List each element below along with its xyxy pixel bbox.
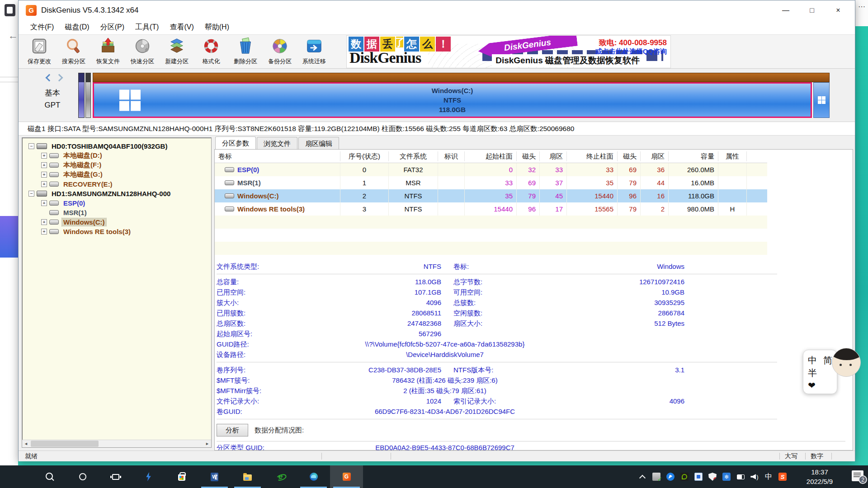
action-center-icon[interactable]: 2 xyxy=(852,470,863,481)
security-alert-icon[interactable] xyxy=(708,473,717,481)
expand-toggle-icon[interactable] xyxy=(28,143,34,149)
menu-item[interactable]: 分区(P) xyxy=(95,23,130,32)
power-plug-icon[interactable] xyxy=(736,473,745,481)
expand-toggle-icon[interactable] xyxy=(41,181,47,187)
table-row[interactable]: ESP(0) 0FAT32 03233 336936 260.0MB xyxy=(215,163,767,176)
partition-segment-re[interactable] xyxy=(813,82,830,118)
column-header[interactable]: 磁头 xyxy=(517,151,540,161)
column-header[interactable]: 文件系统 xyxy=(389,151,438,161)
tab[interactable]: 浏览文件 xyxy=(257,137,297,149)
table-row[interactable]: Windows(C:) 2NTFS 357945 154409616 118.0… xyxy=(215,189,767,202)
ime-avatar[interactable] xyxy=(832,348,861,377)
partition-segment-esp[interactable] xyxy=(78,73,85,118)
tree-item[interactable]: 本地磁盘(G:) xyxy=(22,170,211,179)
cortana-button[interactable] xyxy=(66,465,99,488)
task-view-button[interactable] xyxy=(99,465,132,488)
scroll-left-icon[interactable]: ◄ xyxy=(22,440,30,447)
taskbar-clock[interactable]: 18:37 2022/5/9 xyxy=(795,467,844,486)
ime-lang-icon[interactable]: 中 xyxy=(764,473,773,481)
tree-item[interactable]: ESP(0) xyxy=(22,198,211,208)
maximize-button[interactable]: □ xyxy=(799,0,825,20)
column-header[interactable]: 扇区 xyxy=(641,151,669,161)
ime-status-widget[interactable]: 中简 半 ❤ xyxy=(803,350,861,394)
save-changes-button[interactable]: 保存更改 xyxy=(22,36,57,67)
search-partition-button[interactable]: 搜索分区 xyxy=(57,36,91,67)
menu-item[interactable]: 文件(F) xyxy=(25,23,59,32)
menu-item[interactable]: 磁盘(D) xyxy=(59,23,94,32)
new-partition-button[interactable]: 新建分区 xyxy=(160,36,194,67)
menu-item[interactable]: 帮助(H) xyxy=(199,23,235,32)
ime-mode-halfwidth[interactable]: 半 xyxy=(808,368,817,378)
column-header[interactable]: 属性 xyxy=(718,151,747,161)
menu-item[interactable]: 工具(T) xyxy=(130,23,164,32)
menu-item[interactable]: 查看(V) xyxy=(164,23,199,32)
app-edge[interactable] xyxy=(297,465,330,488)
volume-icon[interactable] xyxy=(750,473,759,481)
sogou-icon[interactable]: S xyxy=(778,473,787,481)
close-button[interactable]: × xyxy=(825,0,851,20)
scrollbar-thumb[interactable] xyxy=(31,441,99,447)
search-button[interactable] xyxy=(33,465,66,488)
printer-ok-icon[interactable] xyxy=(652,473,660,481)
snowflake-icon[interactable] xyxy=(722,473,731,481)
tab[interactable]: 扇区编辑 xyxy=(298,137,339,149)
app-file-explorer[interactable] xyxy=(231,465,264,488)
table-row[interactable]: MSR(1) 1MSR 336937 357944 16.0MB xyxy=(215,176,767,189)
tree-item[interactable]: MSR(1) xyxy=(22,208,211,217)
expand-toggle-icon[interactable] xyxy=(41,229,47,235)
ad-banner[interactable]: 数据丢了怎么！ DiskGenius DiskGenius 致电: 400-00… xyxy=(346,35,671,68)
expand-toggle-icon[interactable] xyxy=(41,200,47,206)
tree-item[interactable]: HD1:SAMSUNGMZNLN128HAHQ-000 xyxy=(22,189,211,198)
table-row[interactable]: Windows RE tools(3) 3NTFS 154409617 1556… xyxy=(215,202,767,216)
column-header[interactable]: 卷标 xyxy=(215,151,340,161)
tree-item[interactable]: HD0:TOSHIBAMQ04ABF100(932GB) xyxy=(22,141,211,151)
expand-toggle-icon[interactable] xyxy=(41,153,47,159)
ime-heart-icon[interactable]: ❤ xyxy=(808,380,816,390)
expand-toggle-icon[interactable] xyxy=(41,172,47,178)
tree-item[interactable]: Windows RE tools(3) xyxy=(22,227,211,236)
column-header[interactable]: 扇区 xyxy=(540,151,567,161)
column-header[interactable]: 标识 xyxy=(438,151,465,161)
tray-expand-icon[interactable] xyxy=(638,473,646,481)
intel-graphics-icon[interactable] xyxy=(694,473,703,481)
delete-partition-button[interactable]: 删除分区 xyxy=(228,36,263,67)
recover-files-button[interactable]: 恢复文件 xyxy=(91,36,125,67)
column-header[interactable]: 终止柱面 xyxy=(567,151,618,161)
scroll-right-icon[interactable]: ► xyxy=(203,440,211,447)
tree-horizontal-scrollbar[interactable]: ◄ ► xyxy=(22,440,211,447)
quick-partition-button[interactable]: 快速分区 xyxy=(125,36,160,67)
backup-partition-button[interactable]: 备份分区 xyxy=(263,36,297,67)
app-word[interactable] xyxy=(198,465,231,488)
prev-disk-arrow-icon[interactable] xyxy=(46,74,53,82)
app-lightning[interactable] xyxy=(132,465,165,488)
start-button[interactable] xyxy=(0,465,33,488)
app-diskgenius[interactable] xyxy=(330,465,363,488)
tree-item[interactable]: RECOVERY(E:) xyxy=(22,179,211,189)
format-button[interactable]: 格式化 xyxy=(194,36,228,67)
toolbar: 保存更改 搜索分区 恢复文件 快速分区 xyxy=(19,34,855,69)
tab[interactable]: 分区参数 xyxy=(215,136,256,150)
column-header[interactable]: 磁头 xyxy=(618,151,641,161)
bird-app-icon[interactable] xyxy=(666,473,675,481)
ime-mode-cn[interactable]: 中 xyxy=(808,354,817,366)
app-browser[interactable] xyxy=(264,465,297,488)
next-disk-arrow-icon[interactable] xyxy=(56,74,63,82)
minimize-button[interactable]: — xyxy=(773,0,799,20)
expand-toggle-icon[interactable] xyxy=(41,162,47,168)
column-header[interactable]: 序号(状态) xyxy=(340,151,389,161)
tree-item[interactable]: Windows(C:) xyxy=(22,217,211,227)
file-explorer-icon xyxy=(243,474,252,481)
expand-toggle-icon[interactable] xyxy=(28,191,34,197)
column-header[interactable]: 起始柱面 xyxy=(465,151,517,161)
tree-item[interactable]: 本地磁盘(F:) xyxy=(22,160,211,170)
partition-segment-msr[interactable] xyxy=(85,73,91,118)
system-migration-button[interactable]: 系统迁移 xyxy=(297,36,331,67)
analyze-button[interactable]: 分析 xyxy=(217,424,248,436)
expand-toggle-icon[interactable] xyxy=(41,219,47,225)
partition-segment-windows-c[interactable]: Windows(C:) NTFS 118.0GB xyxy=(93,82,812,118)
app-store[interactable] xyxy=(165,465,198,488)
ime-mode-simplified[interactable]: 简 xyxy=(823,354,832,366)
nvidia-icon[interactable] xyxy=(680,473,689,481)
tree-item[interactable]: 本地磁盘(D:) xyxy=(22,151,211,160)
column-header[interactable]: 容量 xyxy=(669,151,718,161)
